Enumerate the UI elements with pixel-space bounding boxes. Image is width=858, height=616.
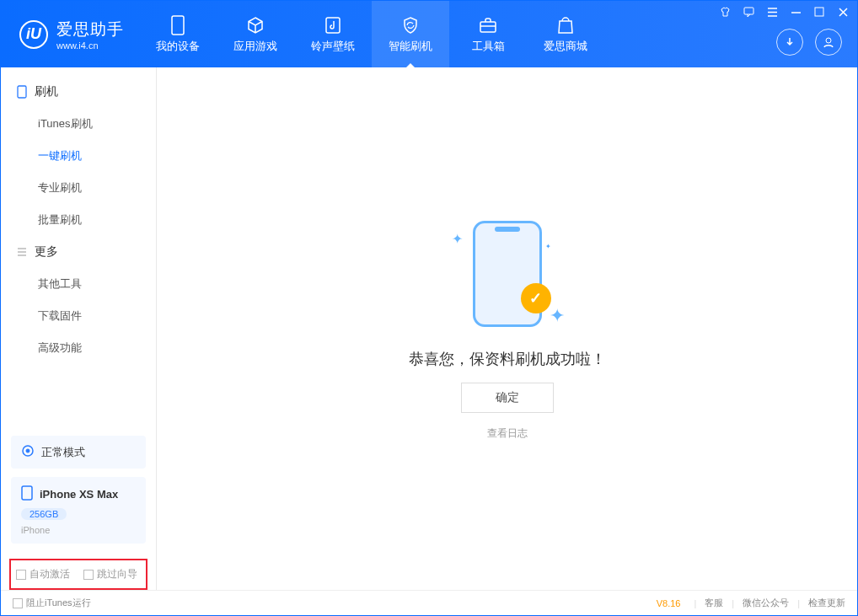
window-controls bbox=[719, 6, 849, 18]
nav-smart-flash[interactable]: 智能刷机 bbox=[372, 1, 449, 67]
device-info-card[interactable]: iPhone XS Max 256GB iPhone bbox=[11, 477, 146, 544]
header-actions bbox=[776, 29, 842, 56]
nav-label: 铃声壁纸 bbox=[311, 39, 355, 54]
phone-icon bbox=[16, 86, 28, 98]
nav-my-device[interactable]: 我的设备 bbox=[139, 1, 217, 67]
skin-icon[interactable] bbox=[719, 6, 731, 18]
sidebar-group-more: 更多 bbox=[1, 236, 156, 268]
checkbox-label: 阻止iTunes运行 bbox=[26, 597, 91, 609]
svg-point-5 bbox=[826, 38, 831, 43]
sidebar-item-batch-flash[interactable]: 批量刷机 bbox=[1, 204, 156, 236]
logo: iU 爱思助手 www.i4.cn bbox=[1, 1, 139, 67]
sidebar-group-label: 刷机 bbox=[35, 84, 58, 99]
brand-name: 爱思助手 bbox=[56, 19, 124, 40]
nav-label: 工具箱 bbox=[472, 39, 505, 54]
top-nav: 我的设备 应用游戏 铃声壁纸 智能刷机 工具箱 爱思商城 bbox=[139, 1, 604, 67]
device-mode-label: 正常模式 bbox=[41, 445, 85, 460]
checkbox-label: 跳过向导 bbox=[97, 567, 137, 581]
logo-icon: iU bbox=[19, 20, 48, 49]
sidebar: 刷机 iTunes刷机 一键刷机 专业刷机 批量刷机 更多 其他工具 下载固件 … bbox=[1, 67, 157, 590]
device-icon bbox=[168, 15, 188, 35]
nav-label: 我的设备 bbox=[156, 39, 200, 54]
sidebar-item-other-tools[interactable]: 其他工具 bbox=[1, 268, 156, 300]
nav-label: 爱思商城 bbox=[544, 39, 587, 54]
toolbox-icon bbox=[478, 15, 498, 35]
status-bar: 阻止iTunes运行 V8.16 | 客服 | 微信公众号 | 检查更新 bbox=[1, 590, 857, 615]
sidebar-item-download-firmware[interactable]: 下载固件 bbox=[1, 300, 156, 332]
footer-link-support[interactable]: 客服 bbox=[705, 597, 723, 609]
device-panel: 正常模式 iPhone XS Max 256GB iPhone bbox=[1, 427, 156, 554]
list-icon bbox=[16, 246, 28, 258]
minimize-button[interactable] bbox=[790, 6, 802, 18]
svg-rect-4 bbox=[815, 8, 823, 16]
brand-url: www.i4.cn bbox=[56, 40, 124, 51]
checkbox-icon bbox=[13, 598, 23, 608]
sidebar-scroll: 刷机 iTunes刷机 一键刷机 专业刷机 批量刷机 更多 其他工具 下载固件 … bbox=[1, 67, 156, 427]
sidebar-item-itunes-flash[interactable]: iTunes刷机 bbox=[1, 108, 156, 140]
app-header: iU 爱思助手 www.i4.cn 我的设备 应用游戏 铃声壁纸 智能刷机 工具… bbox=[1, 1, 857, 67]
checkbox-skip-guide[interactable]: 跳过向导 bbox=[83, 567, 137, 581]
checkbox-icon bbox=[16, 570, 26, 580]
cube-icon bbox=[245, 15, 265, 35]
mode-icon bbox=[21, 444, 35, 460]
main-content: ✦ ✦ ✓ ✦ 恭喜您，保资料刷机成功啦！ 确定 查看日志 bbox=[157, 67, 857, 590]
nav-apps-games[interactable]: 应用游戏 bbox=[217, 1, 294, 67]
svg-rect-3 bbox=[744, 8, 753, 14]
success-message: 恭喜您，保资料刷机成功啦！ bbox=[409, 349, 606, 369]
device-name: iPhone XS Max bbox=[40, 488, 118, 501]
shopping-bag-icon bbox=[555, 15, 576, 35]
sparkle-icon: ✦ bbox=[550, 305, 565, 327]
maximize-button[interactable] bbox=[813, 6, 825, 18]
svg-point-8 bbox=[26, 449, 29, 453]
sidebar-group-flash: 刷机 bbox=[1, 76, 156, 108]
device-type: iPhone bbox=[21, 525, 50, 535]
sidebar-group-label: 更多 bbox=[35, 244, 58, 260]
menu-icon[interactable] bbox=[766, 6, 778, 18]
nav-label: 智能刷机 bbox=[389, 39, 432, 54]
svg-rect-6 bbox=[18, 86, 26, 98]
logo-text: 爱思助手 www.i4.cn bbox=[56, 19, 124, 51]
nav-toolbox[interactable]: 工具箱 bbox=[449, 1, 527, 67]
close-button[interactable] bbox=[837, 6, 849, 18]
sidebar-item-pro-flash[interactable]: 专业刷机 bbox=[1, 172, 156, 204]
phone-icon bbox=[21, 485, 33, 503]
checkbox-icon bbox=[83, 570, 94, 580]
svg-rect-0 bbox=[172, 16, 184, 35]
sidebar-item-oneclick-flash[interactable]: 一键刷机 bbox=[1, 140, 156, 172]
download-button[interactable] bbox=[776, 29, 803, 56]
view-log-link[interactable]: 查看日志 bbox=[487, 426, 528, 441]
nav-ringtones-wallpapers[interactable]: 铃声壁纸 bbox=[294, 1, 372, 67]
device-mode-card[interactable]: 正常模式 bbox=[11, 436, 146, 469]
svg-rect-9 bbox=[22, 486, 32, 500]
checkbox-auto-activate[interactable]: 自动激活 bbox=[16, 567, 70, 581]
device-storage-badge: 256GB bbox=[21, 508, 67, 520]
svg-rect-2 bbox=[480, 22, 496, 32]
footer-link-update[interactable]: 检查更新 bbox=[808, 597, 845, 609]
svg-rect-1 bbox=[326, 18, 340, 33]
refresh-shield-icon bbox=[400, 15, 421, 35]
ok-button[interactable]: 确定 bbox=[461, 383, 554, 413]
flash-options-row: 自动激活 跳过向导 bbox=[9, 559, 147, 590]
sidebar-item-advanced[interactable]: 高级功能 bbox=[1, 332, 156, 364]
sparkle-icon: ✦ bbox=[545, 243, 551, 250]
success-illustration: ✦ ✦ ✓ ✦ bbox=[448, 217, 566, 335]
checkbox-label: 自动激活 bbox=[29, 567, 70, 581]
feedback-icon[interactable] bbox=[743, 6, 754, 18]
version-label: V8.16 bbox=[657, 598, 681, 608]
checkbox-block-itunes[interactable]: 阻止iTunes运行 bbox=[13, 597, 91, 609]
nav-label: 应用游戏 bbox=[233, 39, 277, 54]
sparkle-icon: ✦ bbox=[452, 231, 463, 247]
nav-store[interactable]: 爱思商城 bbox=[527, 1, 604, 67]
account-button[interactable] bbox=[815, 29, 842, 56]
checkmark-badge-icon: ✓ bbox=[521, 283, 551, 313]
music-note-icon bbox=[323, 15, 343, 35]
app-body: 刷机 iTunes刷机 一键刷机 专业刷机 批量刷机 更多 其他工具 下载固件 … bbox=[1, 67, 857, 590]
footer-link-wechat[interactable]: 微信公众号 bbox=[743, 597, 789, 609]
